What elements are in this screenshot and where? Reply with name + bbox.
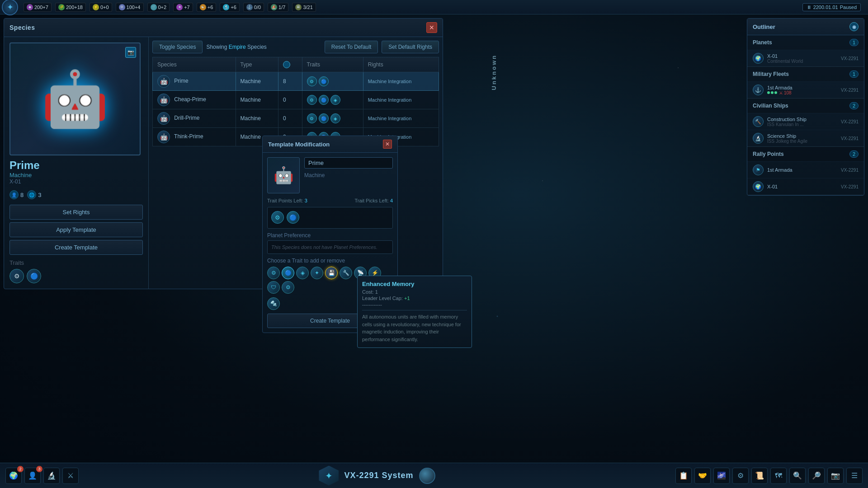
bottom-contacts-button[interactable]: 📋 — [675, 468, 692, 484]
fleet-power: ⚔ 108 — [779, 90, 792, 95]
toggle-species-button[interactable]: Toggle Species — [152, 41, 203, 53]
current-trait-1[interactable]: ⚙ — [271, 211, 284, 224]
resource-bar: ◆ 200+7 🌾 200+18 ⚡ 0+0 ⚙ 100+4 🛒 0+2 ★ +… — [20, 3, 802, 12]
row-trait-1[interactable]: ⚙ — [307, 113, 317, 123]
bottom-ship-builder-button[interactable]: ⚙ — [732, 468, 749, 484]
outliner-planet-x01[interactable]: 🌍 X-01 Continental World VX-2291 — [747, 50, 864, 66]
outliner-rally-section: Rally Points 2 ⚑ 1st Armada VX-2291 🌍 X-… — [747, 147, 864, 195]
trait-option-2[interactable]: 🔵 — [282, 267, 294, 279]
species-word: Species — [247, 44, 267, 50]
planet-preference-section: Planet Preference This Species does not … — [267, 232, 393, 254]
portrait-camera-icon[interactable]: 📷 — [125, 47, 136, 58]
system-planet-icon[interactable] — [419, 468, 435, 484]
influence-value: +7 — [184, 5, 190, 10]
science-icon: 🔬 — [223, 4, 229, 10]
template-name-input[interactable] — [304, 157, 393, 169]
unknown-label: Unknown — [491, 54, 497, 90]
template-dialog-close-button[interactable]: ✕ — [383, 140, 392, 149]
row-trait-2[interactable]: 🔵 — [319, 76, 329, 86]
bottom-screenshot-button[interactable]: 📷 — [827, 468, 844, 484]
col-pop — [278, 57, 302, 72]
row-rights: Machine Integration — [363, 91, 439, 109]
trait-option-6[interactable]: 🔧 — [340, 267, 352, 279]
outliner-fleet-armada[interactable]: ⚓ 1st Armada ⚔ 108 VX-2291 — [747, 81, 864, 98]
unity-value: +6 — [208, 5, 213, 10]
bottom-tech-button[interactable]: 🔬 — [43, 468, 60, 484]
set-rights-button[interactable]: Set Rights — [9, 205, 143, 220]
trait-option-9[interactable]: 🛡 — [267, 281, 280, 294]
trait-points-label: Trait Points Left: 3 — [267, 198, 307, 203]
trait-picks-label: Trait Picks Left: 4 — [354, 198, 393, 203]
game-logo[interactable]: ✦ — [2, 0, 18, 15]
bottom-expansion-button[interactable]: 🗺 — [770, 468, 787, 484]
construction-ship-icon: 🔨 — [753, 116, 764, 127]
row-traits: ⚙ 🔵 ◈ — [302, 109, 363, 128]
resource-science: 🔬 +6 — [220, 3, 240, 12]
science-value: +6 — [231, 5, 236, 10]
row-trait-3[interactable]: ◈ — [330, 95, 340, 105]
bottom-diplomacy-button[interactable]: 🤝 — [694, 468, 711, 484]
planet-item-sub: Continental World — [767, 59, 837, 64]
mineral-icon: ◆ — [27, 4, 33, 10]
trait-option-11[interactable]: 🔩 — [267, 297, 280, 310]
set-default-rights-button[interactable]: Set Default Rights — [382, 41, 439, 53]
outliner-rally-armada[interactable]: ⚑ 1st Armada VX-2291 — [747, 161, 864, 178]
consumer-icon: 🛒 — [151, 4, 157, 10]
trait-option-3[interactable]: ◈ — [296, 267, 309, 279]
current-trait-2[interactable]: 🔵 — [287, 211, 299, 224]
table-row[interactable]: 🤖 Cheap-Prime Machine 0 ⚙ 🔵 ◈ M — [153, 91, 439, 109]
row-trait-1[interactable]: ⚙ — [307, 95, 317, 105]
row-trait-2[interactable]: 🔵 — [319, 113, 329, 123]
trait-option-4[interactable]: ✦ — [311, 267, 323, 279]
row-pop: 8 — [278, 72, 302, 91]
reset-default-button[interactable]: Reset To Default — [325, 41, 378, 53]
row-type: Machine — [236, 109, 278, 128]
table-row[interactable]: 🤖 Prime Machine 8 ⚙ 🔵 Machine Integratio… — [153, 72, 439, 91]
fleet-stars-power: ⚔ 108 — [767, 90, 837, 95]
bottom-galaxy-button[interactable]: 🌌 — [713, 468, 730, 484]
tooltip-leader-value: +1 — [404, 296, 410, 301]
trait-option-5[interactable]: 💾 — [325, 267, 338, 279]
bottom-misc-button[interactable]: ⚔ — [62, 468, 79, 484]
planet-item-info: X-01 Continental World — [767, 53, 837, 64]
bottom-planets-button[interactable]: 🌍 2 — [5, 468, 22, 484]
template-dialog-title: Template Modification — [268, 141, 330, 148]
pause-button[interactable]: ⏸ 2200.01.01 Paused — [802, 3, 861, 11]
tooltip-description: All autonomous units are filled with mem… — [362, 313, 467, 343]
bottom-zoom-in-button[interactable]: 🔍 — [789, 468, 806, 484]
outliner-rally-x01[interactable]: 🌍 X-01 VX-2291 — [747, 178, 864, 195]
species-panel-close-button[interactable]: ✕ — [426, 22, 437, 33]
trait-icon-1[interactable]: ⚙ — [9, 269, 24, 283]
outliner-science-ship[interactable]: 🔬 Science Ship ISS Jolkeg the Agile VX-2… — [747, 130, 864, 146]
outliner-rally-header[interactable]: Rally Points 2 — [747, 147, 864, 161]
trait-option-10[interactable]: ⚙ — [282, 281, 294, 294]
row-traits: ⚙ 🔵 ◈ — [302, 91, 363, 109]
table-row[interactable]: 🤖 Drill-Prime Machine 0 ⚙ 🔵 ◈ M — [153, 109, 439, 128]
bottom-zoom-out-button[interactable]: 🔎 — [808, 468, 825, 484]
bottom-menu-button[interactable]: ☰ — [846, 468, 863, 484]
star-3 — [774, 91, 777, 94]
apply-template-button[interactable]: Apply Template — [9, 222, 143, 237]
species-table: Species Type Traits Rights 🤖 Prime Machi… — [152, 57, 439, 146]
trait-option-1[interactable]: ⚙ — [267, 267, 280, 279]
create-template-button[interactable]: Create Template — [9, 240, 143, 255]
outliner-planets-header[interactable]: Planets 1 — [747, 35, 864, 50]
science-ship-loc: VX-2291 — [841, 136, 859, 141]
planet-preference-box: This Species does not have Planet Prefer… — [267, 240, 393, 254]
construction-ship-sub: ISS Karvulan In ... — [767, 122, 837, 127]
outliner-civilian-header[interactable]: Civilian Ships 2 — [747, 99, 864, 113]
bottom-pop-button[interactable]: 👤 3 — [24, 468, 41, 484]
row-trait-2[interactable]: 🔵 — [319, 95, 329, 105]
outliner-fleets-section: Military Fleets 1 ⚓ 1st Armada ⚔ 108 — [747, 67, 864, 99]
row-trait-1[interactable]: ⚙ — [307, 76, 317, 86]
outliner-fleets-header[interactable]: Military Fleets 1 — [747, 67, 864, 81]
outliner-title-icon[interactable]: ◉ — [849, 22, 859, 31]
trait-icon-2[interactable]: 🔵 — [27, 269, 41, 283]
outliner-construction-ship[interactable]: 🔨 Construction Ship ISS Karvulan In ... … — [747, 113, 864, 130]
fleet-stars — [767, 91, 777, 94]
row-trait-3[interactable]: ◈ — [330, 113, 340, 123]
bottom-policies-button[interactable]: 📜 — [751, 468, 768, 484]
outliner-rally-count: 2 — [849, 150, 859, 158]
system-hex-icon[interactable]: ✦ — [319, 466, 339, 486]
tooltip-leader-label: Leader Level Cap: — [362, 296, 403, 301]
